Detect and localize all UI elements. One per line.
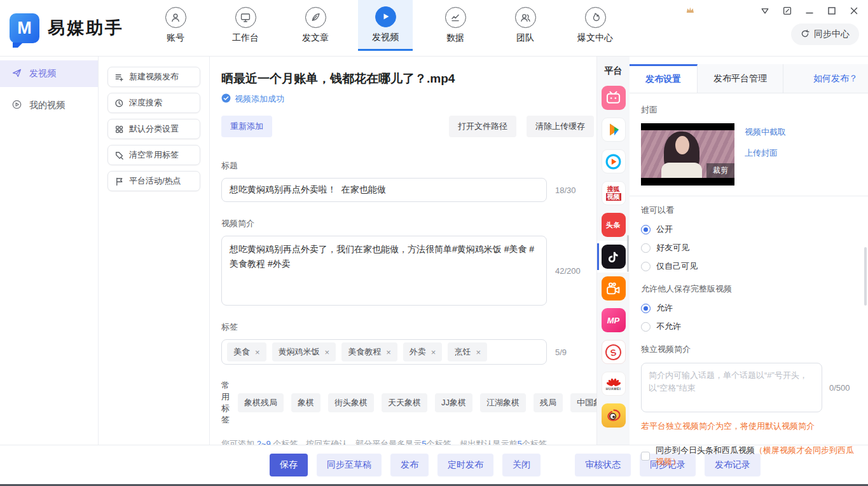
platform-tencent-video[interactable] (597, 114, 630, 145)
description-textarea[interactable]: 想吃黄焖鸡别再点外卖了，我们在家也能做，方法很简单#黄焖鸡米饭 #美食 #美食教… (221, 236, 547, 306)
app-header: M 易媒助手 账号 工作台 发文章 发视频 数据 团队 爆文中心 同步中心 (0, 0, 868, 56)
tag-chip[interactable]: 烹饪 × (448, 342, 487, 361)
common-tag-chip[interactable]: 中国象棋 (570, 393, 596, 412)
platform-youku[interactable] (597, 145, 630, 177)
tool-icon (114, 72, 124, 82)
settings-tabs: 发布设置 发布平台管理 如何发布？ (630, 64, 868, 93)
common-tag-chip[interactable]: 象棋残局 (238, 393, 284, 412)
footer-button[interactable]: 发布 (390, 454, 429, 476)
platform-huawei[interactable]: HUAWEI (597, 368, 630, 400)
independent-desc-textarea[interactable] (641, 363, 822, 412)
nav-item-chart[interactable]: 数据 (428, 0, 483, 51)
clear-common-tags-button[interactable]: 清空常用标签 (107, 145, 200, 165)
tool-icon (114, 177, 124, 186)
douyin-icon (602, 245, 626, 269)
radio-option[interactable]: 公开 (641, 224, 857, 235)
remove-tag-icon[interactable]: × (476, 348, 481, 357)
radio-option[interactable]: 好友可见 (641, 242, 857, 253)
platform-sina[interactable]: S (597, 336, 630, 368)
nav-item-pen[interactable]: 发文章 (288, 0, 343, 51)
sync-toutiao-checkbox-row[interactable]: 同步到今日头条和西瓜视频（横屏视频才会同步到西瓜视频） (641, 445, 857, 468)
platform-toutiao[interactable]: 头条 (597, 209, 630, 241)
nav-item-flame[interactable]: 爆文中心 (568, 0, 623, 51)
kuaishou-icon (602, 276, 626, 300)
send-icon (11, 67, 22, 80)
save-button[interactable]: 保存 (270, 454, 308, 476)
nav-item-monitor[interactable]: 工作台 (218, 0, 273, 51)
platform-kuaishou[interactable] (597, 273, 630, 304)
radio-option[interactable]: 允许 (641, 302, 857, 314)
nav-item-play[interactable]: 发视频 (358, 0, 413, 51)
tag-chip[interactable]: 美食 × (227, 342, 266, 361)
nav-item-team[interactable]: 团队 (498, 0, 553, 51)
clear-upload-cache-button[interactable]: 清除上传缓存 (527, 116, 594, 137)
platform-mp[interactable]: MP (597, 304, 630, 336)
footer-record-button[interactable]: 审核状态 (575, 454, 631, 476)
title-input[interactable] (221, 178, 547, 202)
how-to-publish-link[interactable]: 如何发布？ (813, 73, 858, 84)
upload-cover-link[interactable]: 上传封面 (745, 147, 786, 159)
tags-counter: 5/9 (555, 348, 567, 357)
independent-desc-counter: 0/500 (829, 383, 850, 393)
tab-platform-management[interactable]: 发布平台管理 (698, 64, 783, 93)
refresh-icon (801, 29, 809, 40)
tag-chip[interactable]: 黄焖鸡米饭 × (272, 342, 336, 361)
remove-tag-icon[interactable]: × (386, 348, 391, 357)
radio-option[interactable]: 不允许 (641, 321, 857, 332)
sidebar-item-publish-video[interactable]: 发视频 (0, 60, 98, 87)
radio-unselected-icon (641, 322, 651, 332)
weibo-icon (602, 403, 626, 428)
app-body: 发视频 我的视频 新建视频发布 深度搜索 默认分类设置 清空常用标签 平台活动/… (0, 56, 868, 445)
cover-thumbnail[interactable]: 裁剪 (641, 123, 734, 186)
platform-weibo[interactable] (597, 400, 630, 431)
capture-from-video-link[interactable]: 视频中截取 (745, 126, 786, 138)
radio-option[interactable]: 仅自己可见 (641, 260, 857, 272)
close-button[interactable] (849, 6, 859, 16)
deep-search-button[interactable]: 深度搜索 (107, 93, 200, 113)
common-tag-chip[interactable]: 江湖象棋 (480, 393, 526, 412)
footer-button[interactable]: 关闭 (502, 454, 541, 476)
platform-bilibili[interactable] (597, 82, 630, 114)
minimize-button[interactable] (804, 6, 815, 16)
maximize-button[interactable] (827, 6, 837, 16)
readd-video-button[interactable]: 重新添加 (221, 116, 272, 137)
platform-scrollbar[interactable] (627, 235, 629, 272)
crop-badge-button[interactable]: 裁剪 (706, 163, 734, 178)
footer-button[interactable]: 定时发布 (437, 454, 493, 476)
settings-scrollbar[interactable] (864, 247, 867, 306)
remove-tag-icon[interactable]: × (255, 348, 260, 357)
default-category-button[interactable]: 默认分类设置 (107, 119, 200, 139)
common-tag-chip[interactable]: 象棋 (291, 393, 320, 412)
radio-unselected-icon (641, 243, 651, 253)
remove-tag-icon[interactable]: × (325, 348, 330, 357)
remove-tag-icon[interactable]: × (431, 348, 436, 357)
nav-item-user[interactable]: 账号 (148, 0, 203, 51)
tag-chip[interactable]: 美食教程 × (341, 342, 397, 361)
platform-partial[interactable] (597, 431, 630, 445)
platform-douyin[interactable] (597, 241, 630, 273)
platform-label: 平台 (597, 65, 630, 77)
tab-publish-settings[interactable]: 发布设置 (630, 64, 698, 93)
sync-center-button[interactable]: 同步中心 (791, 24, 859, 45)
new-video-publish-button[interactable]: 新建视频发布 (107, 67, 200, 87)
platform-sohu-video[interactable]: 搜狐视频 (597, 177, 630, 209)
visibility-label: 谁可以看 (641, 205, 857, 216)
open-file-path-button[interactable]: 打开文件路径 (449, 116, 516, 137)
hide-window-button[interactable] (760, 6, 770, 16)
feedback-button[interactable] (782, 6, 792, 16)
footer-button[interactable]: 同步至草稿 (317, 454, 382, 476)
tool-icon (114, 98, 124, 108)
tag-chip[interactable]: 外卖 × (403, 342, 443, 361)
settings-panel: 发布设置 发布平台管理 如何发布？ 封面 裁剪 视频中截取 上传封面 (630, 57, 868, 445)
common-tag-chip[interactable]: JJ象棋 (435, 393, 472, 412)
common-tag-chip[interactable]: 残局 (534, 393, 563, 412)
checkbox-unchecked-icon[interactable] (641, 452, 650, 461)
tags-input[interactable]: 美食 × 黄焖鸡米饭 × 美食教程 × 外卖 × 烹饪 × (221, 339, 547, 365)
app-title: 易媒助手 (48, 17, 124, 39)
common-tag-chip[interactable]: 天天象棋 (382, 393, 427, 412)
common-tag-chip[interactable]: 街头象棋 (328, 393, 374, 412)
sidebar-item-my-videos[interactable]: 我的视频 (0, 92, 98, 119)
tool-icon (114, 151, 124, 160)
header-right: 同步中心 (685, 0, 868, 45)
platform-activity-button[interactable]: 平台活动/热点 (107, 171, 200, 191)
